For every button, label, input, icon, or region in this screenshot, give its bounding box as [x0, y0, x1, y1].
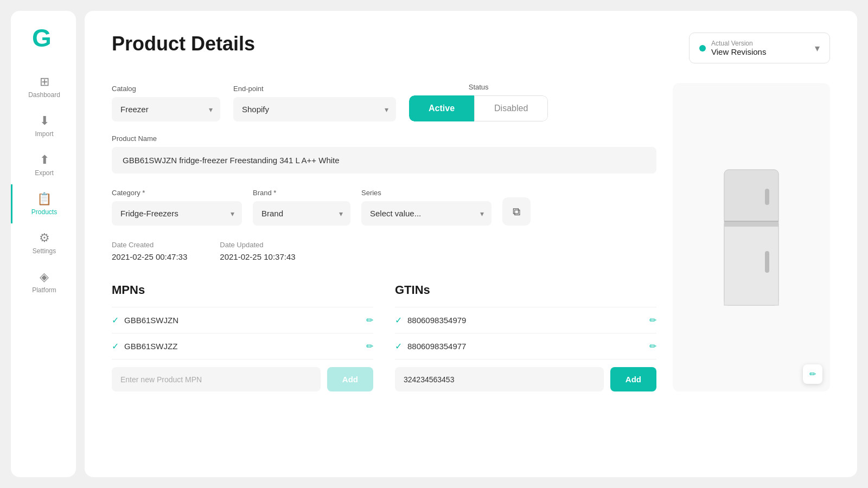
series-select-wrapper: Select value... [361, 201, 492, 226]
product-image [719, 167, 784, 308]
status-label: Status [409, 83, 548, 91]
category-select-wrapper: Fridge-Freezers Freezers Refrigerators [112, 201, 242, 226]
import-icon: ⬇ [40, 114, 49, 128]
gtin-item-left: ✓ 8806098354977 [395, 341, 466, 351]
check-icon: ✓ [395, 315, 402, 325]
gtins-title: GTINs [395, 283, 656, 297]
table-row: ✓ 8806098354977 ✏ [395, 333, 656, 359]
mpn-value: GBB61SWJZN [124, 316, 178, 325]
catalog-endpoint-row: Catalog Freezer Refrigerator Washer End-… [112, 83, 656, 121]
mpns-section: MPNs ✓ GBB61SWJZN ✏ ✓ GBB61SWJZZ [112, 283, 373, 391]
mpn-item-left: ✓ GBB61SWJZN [112, 315, 178, 325]
table-row: ✓ GBB61SWJZZ ✏ [112, 333, 373, 359]
status-group: Status Active Disabled [409, 83, 548, 121]
form-area: Catalog Freezer Refrigerator Washer End-… [112, 83, 656, 391]
new-mpn-input[interactable] [112, 367, 321, 391]
mpn-gtin-section: MPNs ✓ GBB61SWJZN ✏ ✓ GBB61SWJZZ [112, 283, 656, 391]
check-icon: ✓ [112, 315, 119, 325]
add-gtin-button[interactable]: Add [610, 367, 656, 391]
sidebar-item-platform[interactable]: ◈ Platform [11, 262, 76, 301]
sidebar-item-products[interactable]: 📋 Products [11, 184, 76, 223]
endpoint-select[interactable]: Shopify WooCommerce Magento [233, 97, 396, 121]
date-updated-group: Date Updated 2021-02-25 10:37:43 [220, 241, 295, 261]
endpoint-group: End-point Shopify WooCommerce Magento [233, 85, 396, 121]
add-gtin-row: Add [395, 367, 656, 391]
edit-gtin-button[interactable]: ✏ [649, 315, 656, 325]
series-label: Series [361, 189, 492, 197]
content-area: Catalog Freezer Refrigerator Washer End-… [112, 83, 830, 391]
settings-icon: ⚙ [39, 231, 50, 245]
series-select[interactable]: Select value... [361, 201, 492, 226]
gtin-item-left: ✓ 8806098354979 [395, 315, 466, 325]
catalog-group: Catalog Freezer Refrigerator Washer [112, 85, 220, 121]
gtins-section: GTINs ✓ 8806098354979 ✏ ✓ 8806098354977 [395, 283, 656, 391]
app-logo: G [30, 24, 57, 51]
brand-select[interactable]: Brand LG Samsung [253, 201, 350, 226]
date-created-value: 2021-02-25 00:47:33 [112, 252, 187, 261]
sidebar-item-dashboard[interactable]: ⊞ Dashboard [11, 67, 76, 106]
category-group: Category * Fridge-Freezers Freezers Refr… [112, 189, 242, 226]
new-gtin-input[interactable] [395, 367, 604, 391]
sidebar-item-label: Products [31, 208, 57, 216]
category-select[interactable]: Fridge-Freezers Freezers Refrigerators [112, 201, 242, 226]
version-badge: Actual Version View Revisions ▾ [689, 33, 830, 63]
brand-group: Brand * Brand LG Samsung [253, 189, 350, 226]
page-title: Product Details [112, 33, 255, 55]
sidebar-item-settings[interactable]: ⚙ Settings [11, 223, 76, 262]
check-icon: ✓ [395, 341, 402, 351]
add-mpn-row: Add [112, 367, 373, 391]
disabled-button[interactable]: Disabled [474, 95, 548, 121]
date-created-label: Date Created [112, 241, 187, 249]
dashboard-icon: ⊞ [40, 75, 49, 89]
edit-mpn-button[interactable]: ✏ [366, 315, 373, 325]
dates-row: Date Created 2021-02-25 00:47:33 Date Up… [112, 241, 656, 261]
sidebar-item-import[interactable]: ⬇ Import [11, 106, 76, 145]
version-status-dot [699, 45, 706, 52]
image-edit-button[interactable]: ✏ [803, 364, 822, 384]
brand-label: Brand * [253, 189, 350, 197]
sidebar-item-export[interactable]: ⬆ Export [11, 145, 76, 184]
svg-rect-2 [724, 170, 778, 224]
version-text: Actual Version View Revisions [711, 40, 809, 56]
active-button[interactable]: Active [409, 95, 474, 121]
mpn-value: GBB61SWJZZ [124, 342, 177, 351]
category-label: Category * [112, 189, 242, 197]
catalog-select[interactable]: Freezer Refrigerator Washer [112, 97, 220, 121]
product-image-panel: ✏ [673, 83, 830, 391]
svg-rect-5 [765, 189, 769, 205]
product-name-input[interactable] [112, 147, 656, 174]
main-content: Product Details Actual Version View Revi… [85, 11, 857, 477]
export-icon: ⬆ [40, 153, 49, 167]
sidebar-item-label: Platform [32, 286, 56, 294]
copy-icon: ⧉ [513, 206, 520, 218]
sidebar-item-label: Dashboard [28, 91, 60, 99]
product-name-group: Product Name [112, 134, 656, 174]
series-group: Series Select value... [361, 189, 492, 226]
gtin-value: 8806098354979 [407, 316, 466, 325]
table-row: ✓ GBB61SWJZN ✏ [112, 307, 373, 333]
catalog-select-wrapper: Freezer Refrigerator Washer [112, 97, 220, 121]
add-mpn-button[interactable]: Add [327, 367, 373, 391]
products-icon: 📋 [37, 192, 52, 206]
platform-icon: ◈ [40, 270, 49, 284]
endpoint-select-wrapper: Shopify WooCommerce Magento [233, 97, 396, 121]
brand-select-wrapper: Brand LG Samsung [253, 201, 350, 226]
edit-gtin-button[interactable]: ✏ [649, 341, 656, 351]
date-updated-value: 2021-02-25 10:37:43 [220, 252, 295, 261]
view-revisions-link[interactable]: View Revisions [711, 47, 809, 56]
svg-text:G: G [32, 24, 52, 51]
sidebar-item-label: Export [35, 169, 54, 177]
table-row: ✓ 8806098354979 ✏ [395, 307, 656, 333]
check-icon: ✓ [112, 341, 119, 351]
sidebar: G ⊞ Dashboard ⬇ Import ⬆ Export 📋 Produc… [11, 11, 76, 477]
date-updated-label: Date Updated [220, 241, 295, 249]
mpn-item-left: ✓ GBB61SWJZZ [112, 341, 177, 351]
svg-rect-4 [724, 221, 778, 227]
catalog-label: Catalog [112, 85, 220, 93]
version-label: Actual Version [711, 40, 809, 47]
product-name-label: Product Name [112, 134, 656, 143]
pencil-icon: ✏ [809, 369, 816, 379]
sidebar-item-label: Import [35, 130, 53, 138]
edit-mpn-button[interactable]: ✏ [366, 341, 373, 351]
copy-button[interactable]: ⧉ [502, 197, 531, 226]
